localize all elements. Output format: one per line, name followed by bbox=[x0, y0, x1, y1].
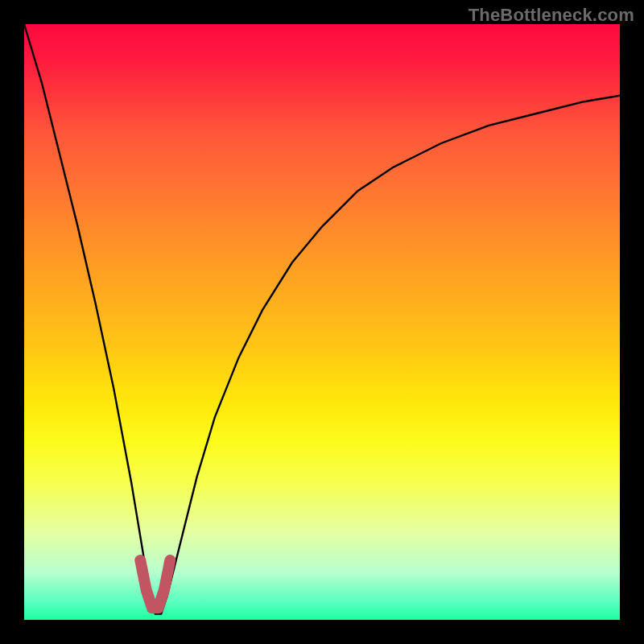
highlight-near-minimum bbox=[140, 560, 170, 608]
bottleneck-curve bbox=[24, 24, 620, 614]
watermark-text: TheBottleneck.com bbox=[469, 5, 634, 26]
plot-area bbox=[24, 24, 620, 620]
curve-layer bbox=[24, 24, 620, 620]
chart-frame: TheBottleneck.com bbox=[0, 0, 644, 644]
